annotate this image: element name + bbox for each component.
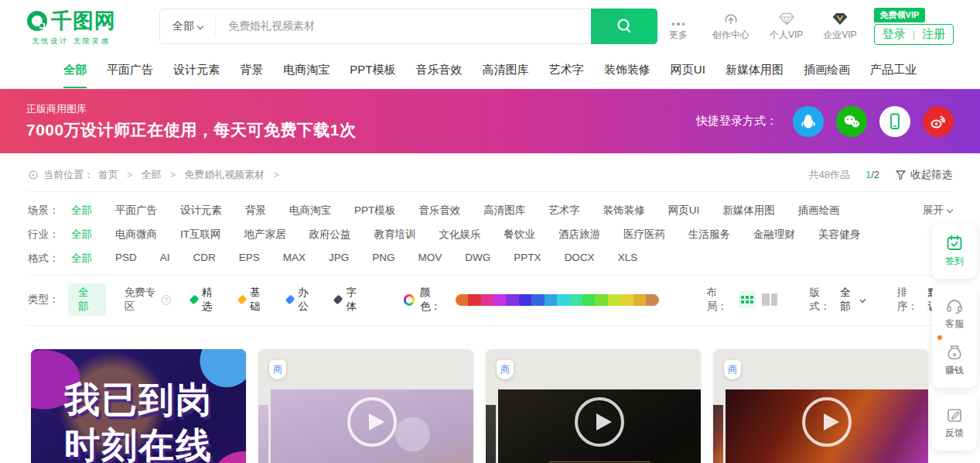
breadcrumb-category[interactable]: 全部 xyxy=(142,168,162,182)
video-thumbnail[interactable]: 我们的浪漫婚礼 xyxy=(498,389,701,463)
industry-item[interactable]: 酒店旅游 xyxy=(558,228,600,242)
scene-item-all[interactable]: 全部 xyxy=(71,204,92,218)
scene-item[interactable]: 音乐音效 xyxy=(418,204,460,218)
phone-icon[interactable] xyxy=(879,106,910,137)
sidebar-item-feedback[interactable]: 反馈 xyxy=(932,400,977,446)
menu-creator-center[interactable]: 创作中心 xyxy=(712,12,750,42)
format-item[interactable]: AI xyxy=(160,252,170,266)
play-button-icon[interactable] xyxy=(347,397,397,447)
scene-item[interactable]: 网页UI xyxy=(668,204,700,218)
color-swatch[interactable] xyxy=(456,294,468,306)
scene-item[interactable]: 设计元素 xyxy=(180,204,222,218)
free-vip-badge[interactable]: 免费领VIP xyxy=(874,8,926,22)
type-all-pill[interactable]: 全部 xyxy=(68,283,106,316)
sidebar-item-checkin[interactable]: 签到 xyxy=(932,228,977,274)
search-input[interactable] xyxy=(216,20,591,33)
industry-item[interactable]: 电商微商 xyxy=(115,228,157,242)
scene-item[interactable]: 平面广告 xyxy=(115,204,157,218)
scene-item[interactable]: 插画绘画 xyxy=(798,204,840,218)
color-swatch[interactable] xyxy=(608,294,620,306)
type-badge-basic[interactable]: 基础 xyxy=(239,286,267,314)
weibo-icon[interactable] xyxy=(923,106,954,137)
format-item[interactable]: MOV xyxy=(418,252,442,266)
sidebar-item-service[interactable]: 客服 xyxy=(932,290,977,337)
breadcrumb-keyword[interactable]: 免费婚礼视频素材 xyxy=(184,168,265,182)
free-zone-item[interactable]: 免费专区 ? xyxy=(125,286,171,314)
nav-item[interactable]: 背景 xyxy=(240,53,263,88)
play-button-icon[interactable] xyxy=(802,397,852,447)
type-badge-featured[interactable]: 精选 xyxy=(191,286,219,314)
menu-more[interactable]: 更多 xyxy=(664,12,692,42)
banshi-select[interactable]: 全部 xyxy=(840,286,865,314)
nav-item[interactable]: 新媒体用图 xyxy=(726,53,784,88)
color-swatch[interactable] xyxy=(545,294,557,306)
industry-item[interactable]: 金融理财 xyxy=(753,228,795,242)
scene-item[interactable]: 艺术字 xyxy=(548,204,580,218)
search-button[interactable] xyxy=(591,9,657,44)
nav-item[interactable]: 设计元素 xyxy=(173,53,220,88)
grid-layout-icon[interactable] xyxy=(739,291,756,308)
industry-item[interactable]: 政府公益 xyxy=(309,228,351,242)
format-item[interactable]: MAX xyxy=(283,252,306,266)
scene-item[interactable]: 新媒体用图 xyxy=(722,204,775,218)
format-item-all[interactable]: 全部 xyxy=(71,252,92,266)
format-item[interactable]: EPS xyxy=(239,252,260,266)
color-swatch[interactable] xyxy=(519,294,531,306)
color-swatch[interactable] xyxy=(531,294,544,306)
search-category-dropdown[interactable]: 全部 xyxy=(160,17,216,36)
color-swatch[interactable] xyxy=(506,294,518,306)
industry-item[interactable]: 教育培训 xyxy=(374,228,416,242)
qq-icon[interactable] xyxy=(793,106,824,137)
color-swatch[interactable] xyxy=(582,294,595,306)
color-swatch[interactable] xyxy=(493,294,506,306)
login-button[interactable]: 登录 xyxy=(883,27,906,42)
industry-item[interactable]: 地产家居 xyxy=(244,228,286,242)
format-item[interactable]: CDR xyxy=(193,252,216,266)
color-swatch[interactable] xyxy=(570,294,582,306)
format-item[interactable]: JPG xyxy=(329,252,349,266)
login-register-box[interactable]: 登录 | 注册 xyxy=(874,24,954,45)
scene-item[interactable]: 高清图库 xyxy=(483,204,525,218)
nav-item[interactable]: 网页UI xyxy=(671,53,705,88)
breadcrumb-home[interactable]: 首页 xyxy=(98,168,118,182)
type-badge-office[interactable]: 办公 xyxy=(287,286,315,314)
menu-personal-vip[interactable]: 个人VIP xyxy=(770,12,803,42)
nav-item[interactable]: 高清图库 xyxy=(483,53,529,88)
industry-item[interactable]: 文化娱乐 xyxy=(439,228,481,242)
result-card-video[interactable]: 商 xyxy=(713,349,928,463)
nav-item[interactable]: PPT模板 xyxy=(350,53,395,88)
result-card-poster[interactable]: 我已到岗 时刻在线 xyxy=(31,349,246,463)
format-item[interactable]: DWG xyxy=(465,252,490,266)
industry-item[interactable]: 生活服务 xyxy=(688,228,730,242)
register-button[interactable]: 注册 xyxy=(922,27,945,42)
color-swatch[interactable] xyxy=(633,294,646,306)
format-item[interactable]: PNG xyxy=(372,252,394,266)
format-item[interactable]: PSD xyxy=(115,252,137,266)
format-item[interactable]: XLS xyxy=(618,252,638,266)
menu-enterprise-vip[interactable]: 企业VIP xyxy=(823,12,856,42)
scene-item[interactable]: 装饰装修 xyxy=(603,204,645,218)
result-card-video[interactable]: 商 我们的浪漫婚礼 xyxy=(486,349,701,463)
scene-item[interactable]: 电商淘宝 xyxy=(289,204,331,218)
result-card-video[interactable]: 商 xyxy=(258,349,473,463)
scene-item[interactable]: 背景 xyxy=(245,204,266,218)
industry-item[interactable]: 医疗医药 xyxy=(623,228,665,242)
site-logo[interactable]: 千图网 无忧设计 无限灵感 xyxy=(26,7,116,46)
color-swatch[interactable] xyxy=(468,294,480,306)
nav-item[interactable]: 音乐音效 xyxy=(416,53,463,88)
video-thumbnail[interactable] xyxy=(271,389,473,463)
nav-item[interactable]: 产品工业 xyxy=(870,53,917,88)
expand-button[interactable]: 展开 xyxy=(923,204,952,218)
masonry-layout-icon[interactable] xyxy=(762,293,777,306)
collapse-filter-button[interactable]: 收起筛选 xyxy=(895,168,952,182)
nav-item[interactable]: 装饰装修 xyxy=(604,53,650,88)
play-button-icon[interactable] xyxy=(575,397,624,447)
help-icon[interactable]: ? xyxy=(162,295,170,305)
nav-item-all[interactable]: 全部 xyxy=(63,53,87,88)
nav-item[interactable]: 电商淘宝 xyxy=(283,53,330,88)
video-thumbnail[interactable] xyxy=(726,389,928,463)
color-swatch[interactable] xyxy=(557,294,569,306)
nav-item[interactable]: 插画绘画 xyxy=(804,53,850,88)
industry-item[interactable]: 美容健身 xyxy=(818,228,860,242)
color-swatch[interactable] xyxy=(481,294,493,306)
